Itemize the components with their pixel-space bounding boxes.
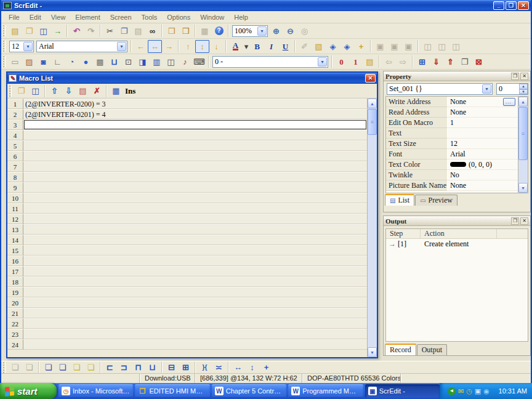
spinner-down-icon[interactable]: ▼ xyxy=(519,89,528,95)
macro-row[interactable]: 23 xyxy=(7,329,367,339)
macro-row[interactable]: 15 xyxy=(7,245,367,256)
menu-view[interactable]: View xyxy=(46,12,71,22)
align-left-button[interactable]: ← xyxy=(134,40,148,53)
button-element-button[interactable]: ⊡ xyxy=(121,55,135,68)
output-maximize-button[interactable]: ❐ xyxy=(511,217,519,225)
scroll-track[interactable] xyxy=(518,107,528,183)
mesh-button[interactable]: ▩ xyxy=(93,55,107,68)
macro-row[interactable]: 11 xyxy=(7,203,367,214)
menu-options[interactable]: Options xyxy=(162,12,195,22)
macro-row[interactable]: 2(2@INVERTER-0201) = 4 xyxy=(7,109,367,119)
macro-delete-button[interactable]: ✗ xyxy=(90,84,104,97)
sound-button[interactable]: ♪ xyxy=(178,55,192,68)
scroll-track[interactable] xyxy=(368,108,377,347)
font-size-combo[interactable]: 12▾ xyxy=(9,41,34,52)
bring-to-front-button[interactable]: ❏ xyxy=(41,362,55,373)
element-selector-combo[interactable]: Set_001 {} ▾ xyxy=(387,83,493,95)
door-button[interactable]: ◫ xyxy=(164,55,178,68)
macro-close-button[interactable]: ✕ xyxy=(365,74,376,83)
output-close-button[interactable]: ✕ xyxy=(520,217,528,225)
property-row[interactable]: Text Size12 xyxy=(386,139,518,149)
macro-row[interactable]: 17 xyxy=(7,266,367,276)
tab-list[interactable]: ▤List xyxy=(385,194,414,206)
element-property-button[interactable]: ▤ xyxy=(363,55,377,68)
toolbar-grip[interactable] xyxy=(3,362,6,373)
scroll-thumb[interactable] xyxy=(518,107,528,160)
scroll-down-icon[interactable]: ▼ xyxy=(368,347,377,357)
output-row[interactable]: →[1]Create element xyxy=(386,239,528,249)
undo-button[interactable]: ↶ xyxy=(70,25,84,38)
hide-icons-chevron[interactable]: ◄ xyxy=(448,387,456,395)
export-button[interactable]: → xyxy=(50,25,65,38)
macro-row[interactable]: 6 xyxy=(7,151,367,161)
output-panel-header[interactable]: Output ❐ ✕ xyxy=(384,216,530,226)
scroll-up-icon[interactable]: ▲ xyxy=(518,97,528,107)
toolbar-grip[interactable] xyxy=(9,86,12,97)
restore-button[interactable]: ❐ xyxy=(506,1,517,10)
macro-row[interactable]: 20 xyxy=(7,297,367,308)
cut-button[interactable]: ✂ xyxy=(103,25,117,38)
tab-record[interactable]: Record xyxy=(385,344,416,355)
pick-element-button[interactable]: ▧ xyxy=(312,40,326,53)
macro-scrollbar[interactable]: ▲ ▼ xyxy=(367,99,377,357)
offline-simulate-button[interactable]: ⊠ xyxy=(472,55,486,68)
taskbar-task[interactable]: ◷Inbox - Microsoft O... xyxy=(58,384,133,398)
zoom-in-button[interactable]: ⊕ xyxy=(269,25,283,38)
state-spinner[interactable]: 0 ▲ ▼ xyxy=(496,83,528,95)
menu-help[interactable]: Help xyxy=(229,12,253,22)
copy-button[interactable]: ❐ xyxy=(117,25,131,38)
macro-row[interactable]: 1(2@INVERTER-0200) = 3 xyxy=(7,99,367,109)
screen-select-combo[interactable]: 0 -▾ xyxy=(212,56,328,68)
property-row[interactable]: Text Color(0, 0, 0) xyxy=(386,159,518,170)
macro-row[interactable]: 4 xyxy=(7,130,367,140)
text-color-button[interactable]: A xyxy=(228,40,243,53)
chevron-down-icon[interactable]: ▾ xyxy=(117,42,126,51)
property-row[interactable]: Text xyxy=(386,128,518,139)
macro-row[interactable]: 5 xyxy=(7,140,367,151)
macro-edit-input[interactable] xyxy=(24,120,366,129)
zoom-combo[interactable]: 100%▾ xyxy=(232,25,268,37)
close-button[interactable]: ✕ xyxy=(518,1,529,10)
browse-button[interactable]: ... xyxy=(503,98,515,106)
tab-output[interactable]: Output xyxy=(417,344,447,355)
fit-both-button[interactable]: + xyxy=(354,40,368,53)
save-button[interactable]: ◫ xyxy=(36,25,50,38)
static-text-button[interactable]: ▭ xyxy=(8,55,22,68)
macro-row[interactable]: 9 xyxy=(7,182,367,193)
toolbar-grip[interactable] xyxy=(3,41,6,52)
screen-new-button[interactable]: ❒ xyxy=(164,25,179,38)
align-left-edges-button[interactable]: ⊏ xyxy=(103,362,117,373)
property-scrollbar[interactable]: ▲ ▼ xyxy=(518,97,528,193)
same-height-button[interactable]: ↕ xyxy=(245,362,259,373)
macro-row[interactable]: 8 xyxy=(7,172,367,182)
same-width-button[interactable]: ↔ xyxy=(231,362,245,373)
menu-edit[interactable]: Edit xyxy=(25,12,46,22)
start-button[interactable]: start xyxy=(0,383,57,399)
open-button[interactable]: ❐ xyxy=(22,25,36,38)
macro-row[interactable]: 14 xyxy=(7,235,367,245)
toolbar-grip[interactable] xyxy=(3,56,6,67)
menu-file[interactable]: File xyxy=(4,12,25,22)
pie-button[interactable]: ◔ xyxy=(65,55,79,68)
volume-icon[interactable]: ◉ xyxy=(483,388,490,395)
minimize-button[interactable]: _ xyxy=(493,1,504,10)
macro-row[interactable]: 12 xyxy=(7,214,367,224)
toolbar-grip[interactable] xyxy=(3,25,6,36)
align-top-edges-button[interactable]: ⊓ xyxy=(131,362,145,373)
titlebar[interactable]: ScrEdit - _ ❐ ✕ xyxy=(1,0,531,11)
font-name-combo[interactable]: Arial▾ xyxy=(36,41,127,52)
chevron-down-icon[interactable]: ▾ xyxy=(482,84,491,94)
picture-button[interactable]: ◨ xyxy=(135,55,150,68)
menu-element[interactable]: Element xyxy=(70,12,105,22)
macro-row[interactable]: 10 xyxy=(7,193,367,203)
italic-button[interactable]: I xyxy=(264,40,278,53)
property-close-button[interactable]: ✕ xyxy=(520,73,528,80)
send-to-back-button[interactable]: ❏ xyxy=(55,362,70,373)
circle-button[interactable]: ● xyxy=(79,55,93,68)
align-middle-button[interactable]: ↕ xyxy=(195,40,209,53)
macro-row[interactable]: 13 xyxy=(7,224,367,235)
upload-button[interactable]: ⇑ xyxy=(443,55,457,68)
property-row[interactable]: FontArial xyxy=(386,149,518,159)
scroll-up-icon[interactable]: ▲ xyxy=(368,99,377,108)
new-button[interactable]: ▤ xyxy=(8,25,22,38)
